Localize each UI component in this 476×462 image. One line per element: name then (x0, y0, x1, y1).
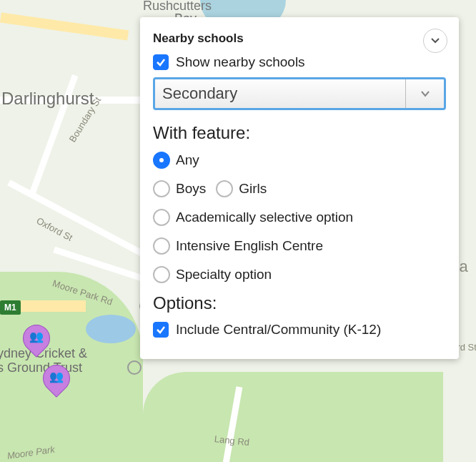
feature-radio-iec[interactable]: Intensive English Centre (153, 237, 323, 255)
school-marker[interactable]: 👥 (43, 365, 70, 392)
feature-radio-academic[interactable]: Academically selective option (153, 209, 353, 226)
feature-radio-boys[interactable]: Boys (153, 180, 206, 197)
place-darlinghurst: Darlinghurst (1, 89, 94, 109)
schools-filter-panel: Nearby schools Show nearby schools Secon… (140, 17, 459, 359)
feature-radio-any[interactable]: Any (153, 152, 199, 169)
chevron-down-icon (405, 79, 444, 108)
include-central-checkbox[interactable] (153, 322, 169, 338)
radio-label: Any (176, 152, 199, 168)
poi-circle-icon (127, 360, 142, 375)
chevron-down-icon (431, 36, 440, 45)
radio-icon (153, 152, 170, 169)
options-heading: Options: (153, 293, 446, 313)
radio-label: Academically selective option (176, 210, 353, 225)
show-nearby-label: Show nearby schools (176, 54, 305, 70)
panel-title: Nearby schools (153, 31, 446, 46)
radio-label: Specialty option (176, 267, 272, 282)
radio-label: Intensive English Centre (176, 238, 323, 254)
school-marker[interactable]: 👥 (23, 325, 50, 352)
collapse-button[interactable] (423, 29, 447, 53)
show-nearby-checkbox[interactable] (153, 54, 169, 70)
school-icon: 👥 (23, 330, 50, 343)
highway-shield-m1: M1 (0, 300, 21, 315)
radio-icon (153, 237, 170, 255)
school-type-select[interactable]: Secondary (153, 77, 446, 110)
radio-label: Girls (239, 181, 267, 197)
feature-radio-specialty[interactable]: Specialty option (153, 266, 272, 283)
road-oxford1: Oxford St (34, 215, 74, 243)
feature-heading: With feature: (153, 123, 446, 143)
radio-icon (153, 209, 170, 226)
check-icon (156, 325, 166, 335)
radio-icon (153, 266, 170, 283)
feature-radio-girls[interactable]: Girls (216, 180, 267, 197)
school-icon: 👥 (43, 370, 70, 383)
select-value: Secondary (155, 79, 405, 108)
include-central-label: Include Central/Community (K-12) (176, 322, 381, 338)
radio-icon (216, 180, 233, 197)
radio-label: Boys (176, 181, 206, 197)
radio-icon (153, 180, 170, 197)
check-icon (156, 57, 166, 67)
